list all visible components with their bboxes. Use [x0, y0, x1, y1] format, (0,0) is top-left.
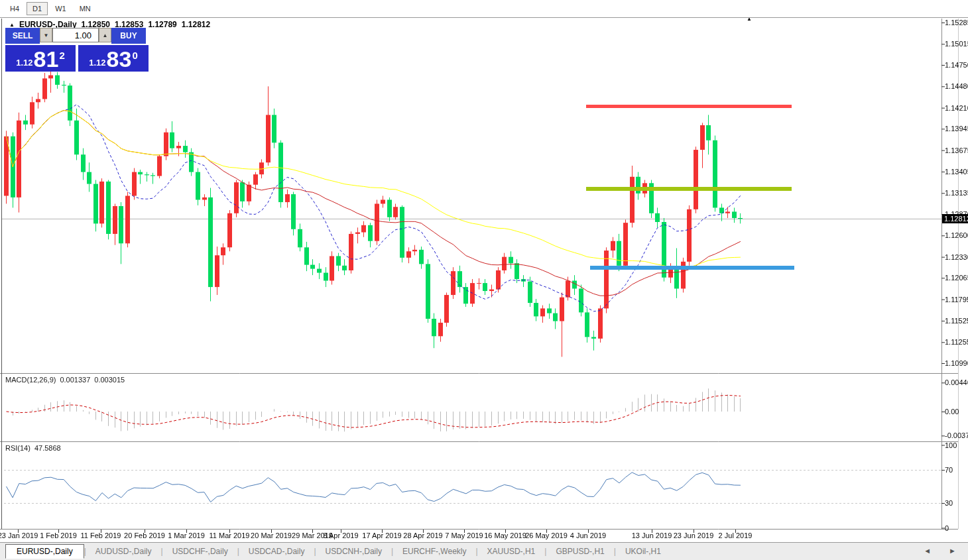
date-tick-label: 4 Jun 2019 — [570, 532, 606, 539]
symbol-tab-usdcad-daily[interactable]: USDCAD-,Daily — [239, 545, 314, 558]
symbol-tab-eurchf-weekly[interactable]: EURCHF-,Weekly — [393, 545, 475, 558]
price-tick-label: 1.12065 — [945, 274, 968, 282]
date-tick-label: 20 Feb 2019 — [124, 532, 165, 539]
sell-price-prefix: 1.12 — [16, 58, 32, 68]
rsi-name: RSI(14) — [5, 444, 30, 452]
macd-name: MACD(12,26,9) — [5, 376, 56, 384]
symbol-tab-eurusd-daily[interactable]: EURUSD-,Daily — [5, 544, 84, 559]
symbol-tab-usdcnh-daily[interactable]: USDCNH-,Daily — [316, 545, 391, 558]
macd-value-signal: 0.003015 — [94, 376, 125, 384]
price-tick-label: 1.13675 — [945, 146, 968, 154]
quote-low: 1.12789 — [148, 20, 176, 29]
tab-scroll-arrows[interactable]: ◄ ► — [924, 547, 964, 555]
price-tick-label: 1.11255 — [945, 338, 968, 346]
symbol-tab-gbpusd-h1[interactable]: GBPUSD-,H1 — [546, 545, 613, 558]
macd-tick-label: 0.004465 — [945, 378, 968, 386]
price-chart-canvas[interactable] — [0, 0, 968, 560]
price-tick-label: 1.12600 — [945, 231, 968, 239]
price-tick-label: 1.15015 — [945, 40, 968, 48]
buy-price-sup: 0 — [132, 50, 137, 61]
macd-value-main: 0.001337 — [60, 376, 90, 384]
price-tick-label: 1.11525 — [945, 317, 968, 325]
price-tick-label: 1.14480 — [945, 82, 968, 90]
pivot-line-olive[interactable] — [586, 187, 792, 191]
symbol-tab-ukoil-h1[interactable]: UKOil-,H1 — [616, 545, 670, 558]
collapse-panel-icon[interactable]: ▲ — [9, 22, 15, 28]
sell-price-panel[interactable]: 1.12 81 2 — [5, 45, 76, 72]
symbol-tab-usdchf-daily[interactable]: USDCHF-,Daily — [163, 545, 237, 558]
rsi-indicator-label: RSI(14) 47.5868 — [5, 444, 61, 452]
symbol-tab-audusd-daily[interactable]: AUDUSD-,Daily — [86, 545, 161, 558]
quote-close: 1.12812 — [182, 20, 210, 29]
date-tick-label: 11 Mar 2019 — [210, 532, 250, 539]
volume-input[interactable] — [52, 28, 99, 42]
buy-button[interactable]: BUY — [111, 28, 146, 44]
date-tick-label: 2 Jul 2019 — [719, 532, 753, 539]
date-tick-label: 11 Feb 2019 — [81, 532, 121, 539]
price-tick-label: 1.15285 — [945, 19, 968, 27]
support-line-blue[interactable] — [590, 266, 794, 270]
timeframe-button-w1[interactable]: W1 — [49, 2, 72, 15]
date-tick-label: 28 Apr 2019 — [403, 532, 442, 539]
timeframe-toolbar: H4D1W1MN — [0, 0, 968, 18]
macd-tick-label: 0.00 — [945, 408, 959, 416]
timeframe-button-d1[interactable]: D1 — [27, 2, 48, 15]
macd-indicator-label: MACD(12,26,9) 0.001337 0.003015 — [5, 376, 125, 384]
price-tick-label: 1.14210 — [945, 104, 968, 112]
timeframe-button-h4[interactable]: H4 — [4, 2, 25, 15]
rsi-value: 47.5868 — [34, 444, 61, 452]
buy-price-prefix: 1.12 — [89, 58, 105, 68]
price-tick-label: 1.10990 — [945, 359, 968, 367]
price-tick-label: 1.12330 — [945, 253, 968, 261]
volume-increase-button[interactable]: ▲ — [99, 28, 111, 42]
one-click-trading-panel: SELL ▼ ▲ BUY 1.12 81 2 1.12 83 0 — [5, 28, 149, 72]
sell-button[interactable]: SELL — [5, 28, 40, 44]
buy-price-big: 83 — [107, 47, 132, 71]
date-tick-label: 16 May 2019 — [484, 532, 526, 539]
sell-price-big: 81 — [34, 47, 59, 71]
date-tick-label: 1 Feb 2019 — [40, 532, 77, 539]
price-tick-label: 1.14750 — [945, 61, 968, 69]
price-tick-label: 1.13945 — [945, 125, 968, 133]
date-tick-label: 26 May 2019 — [525, 532, 568, 539]
rsi-tick-label: 70 — [945, 466, 953, 474]
trading-platform-window: H4D1W1MN ▲ EURUSD-,Daily 1.12850 1.12853… — [0, 0, 968, 560]
time-axis: 23 Jan 20191 Feb 201911 Feb 201920 Feb 2… — [0, 530, 968, 542]
chart-tab-bar: EURUSD-,Daily|AUDUSD-,Daily|USDCHF-,Dail… — [0, 542, 968, 560]
resistance-line-red[interactable] — [586, 105, 792, 108]
date-tick-label: 1 Mar 2019 — [168, 532, 205, 539]
date-tick-label: 20 Mar 2019 — [251, 532, 292, 539]
date-tick-label: 13 Jun 2019 — [632, 532, 672, 539]
macd-tick-label: -0.003715 — [945, 431, 968, 439]
date-tick-label: 23 Jun 2019 — [674, 532, 714, 539]
sell-price-sup: 2 — [59, 50, 64, 61]
rsi-tick-label: 30 — [945, 499, 953, 507]
symbol-tab-xauusd-h1[interactable]: XAUUSD-,H1 — [478, 545, 545, 558]
date-tick-label: 23 Jan 2019 — [0, 532, 38, 539]
bid-price-tag: 1.12812 — [942, 214, 968, 223]
buy-price-panel[interactable]: 1.12 83 0 — [78, 45, 149, 72]
price-tick-label: 1.13405 — [945, 168, 968, 176]
rsi-tick-label: 100 — [945, 441, 957, 449]
volume-decrease-button[interactable]: ▼ — [40, 28, 52, 42]
date-tick-label: 7 May 2019 — [445, 532, 483, 539]
price-tick-label: 1.11795 — [945, 296, 968, 304]
date-tick-label: 17 Apr 2019 — [362, 532, 401, 539]
price-tick-label: 1.13135 — [945, 189, 968, 197]
date-tick-label: 8 Apr 2019 — [323, 532, 358, 539]
timeframe-button-mn[interactable]: MN — [74, 2, 97, 15]
